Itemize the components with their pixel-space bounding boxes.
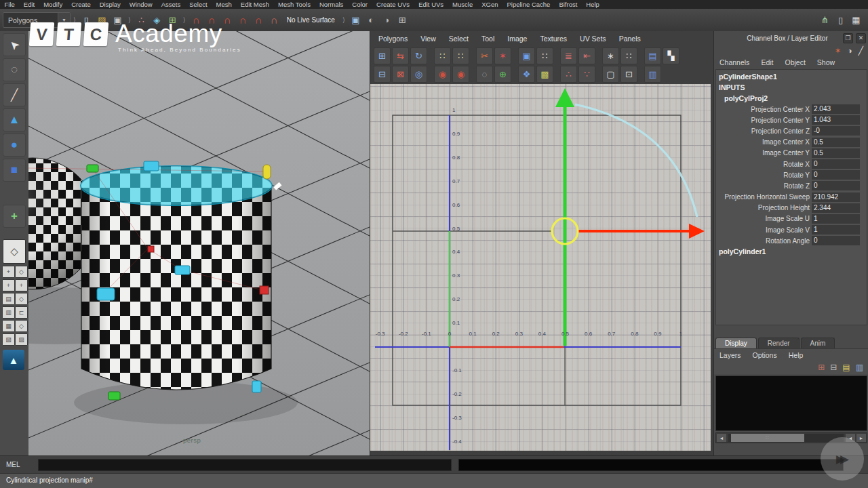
cb-menu-edit[interactable]: Edit — [761, 58, 773, 66]
uv-menu-polygons[interactable]: Polygons — [378, 35, 408, 43]
menu-item-bifrost[interactable]: Bifrost — [555, 0, 582, 9]
cb-menu-show[interactable]: Show — [817, 58, 835, 66]
menu-item-edit[interactable]: Edit — [19, 0, 39, 9]
new-empty-layer-icon[interactable]: ▤ — [842, 363, 850, 372]
uv-cut-tool-icon[interactable]: ⊠ — [392, 66, 409, 83]
menu-item-modify[interactable]: Modify — [39, 0, 67, 9]
layout-hypershade-icon[interactable]: ▤ — [2, 293, 15, 305]
menu-item-mesh-tools[interactable]: Mesh Tools — [274, 0, 315, 9]
ipr-render-icon[interactable]: ◑ — [380, 13, 394, 27]
uv-image-copy-icon[interactable]: ▥ — [644, 66, 661, 83]
manip-handle-green-top-left[interactable] — [87, 165, 98, 172]
scale-tool-icon[interactable]: ■ — [3, 159, 26, 182]
scrollbar-handle[interactable]: ∷ — [731, 434, 804, 442]
menu-item-edit-mesh[interactable]: Edit Mesh — [236, 0, 273, 9]
channel-value-field[interactable]: 1.043 — [812, 115, 860, 125]
shape-node-name[interactable]: pCylinderShape1 — [716, 71, 867, 82]
make-object-live-icon[interactable]: ∩ — [267, 13, 281, 27]
paint-selection-tool-icon[interactable]: ╱ — [3, 83, 26, 106]
dock-window-icon[interactable]: ❐ — [843, 33, 853, 43]
scrollbar-track[interactable]: ∷ — [728, 434, 844, 442]
render-view-icon[interactable]: ▣ — [349, 13, 363, 27]
menu-item-mesh[interactable]: Mesh — [212, 0, 236, 9]
cut-uv-edges-icon[interactable]: ✂ — [476, 47, 493, 64]
move-layer-down-icon[interactable]: ⊟ — [830, 363, 837, 372]
command-language-label[interactable]: MEL — [6, 461, 20, 468]
channel-value-field[interactable]: 0 — [812, 236, 860, 245]
move-tool-icon[interactable]: ▲ — [3, 108, 26, 131]
layer-list-empty[interactable] — [715, 375, 867, 431]
manip-v-arrow-head[interactable] — [555, 88, 574, 107]
attribute-editor-icon[interactable]: ▯ — [833, 13, 848, 27]
channel-value-field[interactable]: 210.942 — [812, 192, 860, 202]
mel-command-input[interactable] — [38, 459, 452, 471]
le-menu-options[interactable]: Options — [753, 351, 777, 359]
uv-menu-image[interactable]: Image — [507, 35, 527, 43]
layout-panel-b-icon[interactable]: ▦ — [2, 320, 15, 332]
layout-persp-graph-icon[interactable]: + — [15, 279, 28, 291]
channel-value-field[interactable]: -0 — [812, 126, 860, 136]
scroll-right-button[interactable]: ► — [856, 434, 866, 442]
uv-menu-uv-sets[interactable]: UV Sets — [580, 35, 606, 43]
layout-panel-d-icon[interactable]: ▧ — [2, 333, 15, 346]
menu-item-display[interactable]: Display — [95, 0, 125, 9]
manip-handle-red-center[interactable] — [148, 246, 154, 252]
rotate-sweep-arc[interactable] — [575, 104, 697, 217]
checker-display-icon[interactable]: ▚ — [663, 47, 679, 64]
perspective-viewport[interactable]: persp — [28, 31, 370, 455]
manip-handle-cyan-bottom-right[interactable] — [252, 381, 261, 392]
uv-smudge-tool-icon[interactable]: ↻ — [410, 47, 427, 64]
layout-uvs-icon[interactable]: ▣ — [518, 47, 535, 64]
uv-optimize-tool-icon[interactable]: ◎ — [410, 66, 427, 83]
select-shell-icon[interactable]: ◌ — [476, 66, 493, 83]
render-settings-icon[interactable]: ⊞ — [395, 13, 410, 27]
layout-single-pane-icon[interactable]: ◇ — [3, 239, 26, 264]
layout-persp-uv-icon[interactable]: ◇ — [15, 293, 28, 305]
split-uv-icon[interactable]: ✶ — [494, 47, 511, 64]
uv-menu-tool[interactable]: Tool — [481, 35, 494, 43]
menu-item-pipeline-cache[interactable]: Pipeline Cache — [502, 0, 555, 9]
speed-state-icon[interactable]: ◑ — [848, 46, 852, 56]
new-layer-from-selected-icon[interactable]: ▥ — [856, 363, 863, 372]
grid-uvs-icon[interactable]: ∷ — [536, 47, 553, 64]
unfold-uvs-icon[interactable]: ❖ — [518, 66, 535, 83]
layout-persp-outliner-icon[interactable]: ◇ — [15, 266, 28, 278]
manip-u-arrow-head[interactable] — [689, 224, 705, 239]
rotate-ccw-icon[interactable]: ◉ — [434, 66, 451, 83]
move-uv-shell-tool-icon[interactable]: ⇆ — [392, 47, 409, 64]
copy-uvs-icon[interactable]: ▢ — [602, 66, 619, 83]
menu-item-xgen[interactable]: XGen — [477, 0, 502, 9]
layout-two-pane-icon[interactable]: + — [2, 279, 15, 291]
menu-item-window[interactable]: Window — [125, 0, 157, 9]
le-menu-help[interactable]: Help — [789, 351, 804, 359]
channel-value-field[interactable]: 2.043 — [812, 104, 860, 114]
channel-value-field[interactable]: 0 — [812, 170, 860, 180]
layout-four-pane-icon[interactable]: + — [2, 266, 15, 278]
lasso-tool-icon[interactable]: ◌ — [3, 58, 26, 81]
menu-item-edit-uvs[interactable]: Edit UVs — [414, 0, 448, 9]
warp-image-icon[interactable]: ∴ — [560, 66, 577, 83]
menu-item-create[interactable]: Create — [67, 0, 96, 9]
rotate-cw-icon[interactable]: ◉ — [452, 66, 469, 83]
uv-snapshot-icon[interactable]: ▤ — [644, 47, 661, 64]
snap-together-icon[interactable]: ∷ — [620, 47, 637, 64]
layout-panel-a-icon[interactable]: ⊏ — [15, 306, 28, 319]
snap-rotate-icon[interactable]: ∗ — [602, 47, 619, 64]
manipulator-attr-icon[interactable]: ✶ — [834, 46, 841, 56]
flip-u-icon[interactable]: ⇤ — [578, 47, 595, 64]
manip-handle-cyan-mid[interactable] — [175, 266, 190, 274]
channel-value-field[interactable]: 0 — [812, 181, 860, 190]
menu-item-help[interactable]: Help — [582, 0, 604, 9]
uv-menu-textures[interactable]: Textures — [540, 35, 567, 43]
scroll-left-button[interactable]: ◄ — [717, 434, 726, 442]
channel-value-field[interactable]: 0.5 — [812, 138, 860, 147]
menu-item-create-uvs[interactable]: Create UVs — [372, 0, 414, 9]
uv-lattice-tool-icon[interactable]: ⊞ — [374, 47, 391, 64]
layout-panel-c-icon[interactable]: ◇ — [15, 320, 28, 332]
status-divider[interactable]: ⟩ — [342, 16, 345, 24]
menu-item-muscle[interactable]: Muscle — [448, 0, 477, 9]
cb-menu-object[interactable]: Object — [785, 58, 805, 66]
le-menu-layers[interactable]: Layers — [719, 351, 741, 359]
cylinder-node-name[interactable]: polyCylinder1 — [716, 246, 867, 257]
layout-panel-e-icon[interactable]: ▨ — [15, 333, 28, 346]
